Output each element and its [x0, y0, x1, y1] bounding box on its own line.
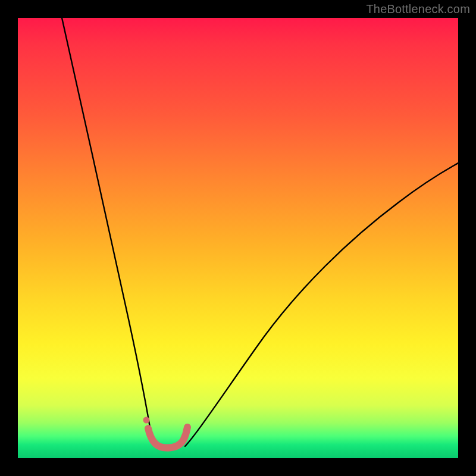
chart-svg	[18, 18, 458, 458]
plot-area	[18, 18, 458, 458]
outer-frame: TheBottleneck.com	[0, 0, 476, 476]
watermark-text: TheBottleneck.com	[366, 2, 470, 16]
curve-left-branch	[62, 18, 155, 446]
trough-marker	[148, 427, 187, 448]
lead-dot	[143, 417, 150, 424]
curve-right-branch	[185, 163, 458, 446]
